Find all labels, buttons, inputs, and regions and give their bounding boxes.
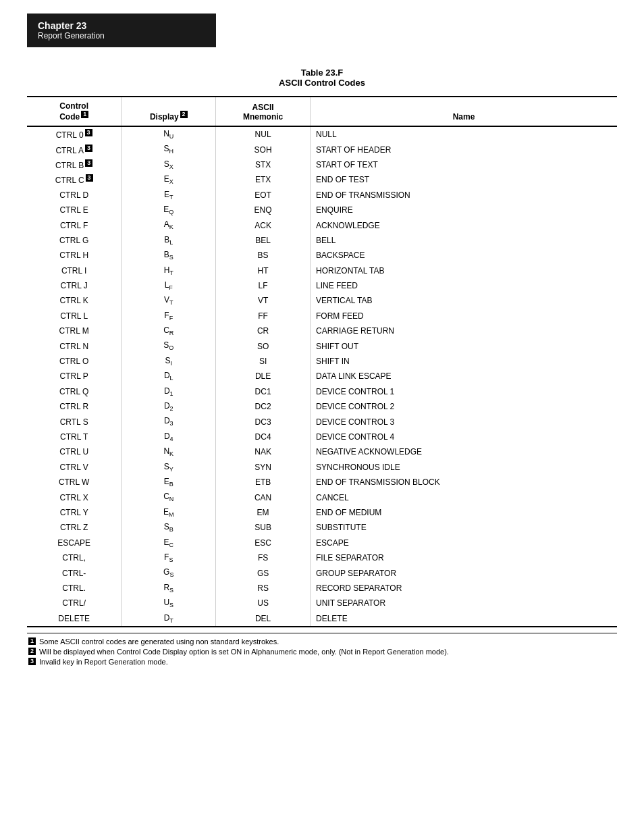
table-row: DELETEDTDELDELETE bbox=[27, 611, 617, 627]
cell-display: EM bbox=[122, 505, 216, 520]
cell-control: CTRL C3 bbox=[27, 172, 122, 187]
cell-mnemonic: ESC bbox=[216, 536, 311, 550]
cell-mnemonic: DC4 bbox=[216, 429, 311, 444]
cell-control: CRTL S bbox=[27, 414, 122, 429]
footnote-text: Some ASCII control codes are generated u… bbox=[39, 637, 279, 646]
col-header-control: ControlCode1 bbox=[27, 97, 122, 126]
cell-name: END OF TEST bbox=[310, 172, 617, 187]
footnote-line: 3Invalid key in Report Generation mode. bbox=[27, 658, 617, 666]
cell-control: CTRL L bbox=[27, 309, 122, 323]
cell-name: FILE SEPARATOR bbox=[310, 550, 617, 565]
table-row: CTRL PDLDLEDATA LINK ESCAPE bbox=[27, 369, 617, 384]
cell-display: SX bbox=[122, 157, 216, 172]
cell-display: GS bbox=[122, 565, 216, 580]
cell-mnemonic: US bbox=[216, 596, 311, 610]
cell-control: DELETE bbox=[27, 611, 122, 627]
chapter-number: Chapter 23 bbox=[38, 20, 205, 31]
table-row: CTRL B3SXSTXSTART OF TEXT bbox=[27, 157, 617, 172]
cell-control: CTRL Z bbox=[27, 520, 122, 535]
cell-control: CTRL/ bbox=[27, 596, 122, 610]
col-header-name: Name bbox=[310, 97, 617, 126]
cell-mnemonic: DC2 bbox=[216, 399, 311, 414]
cell-control: CTRL F bbox=[27, 217, 122, 232]
table-row: CTRL ZSBSUBSUBSTITUTE bbox=[27, 520, 617, 535]
cell-mnemonic: DC3 bbox=[216, 414, 311, 429]
footnote-line: 2Will be displayed when Control Code Dis… bbox=[27, 648, 617, 656]
cell-display: SH bbox=[122, 142, 216, 157]
table-row: CTRL KVTVTVERTICAL TAB bbox=[27, 293, 617, 308]
cell-mnemonic: BEL bbox=[216, 233, 311, 248]
col2-badge: 2 bbox=[180, 111, 188, 118]
cell-control: CTRL H bbox=[27, 248, 122, 263]
cell-name: NULL bbox=[310, 126, 617, 142]
table-row: CTRL DETEOTEND OF TRANSMISSION bbox=[27, 188, 617, 203]
cell-control: CTRL K bbox=[27, 293, 122, 308]
cell-display: SI bbox=[122, 354, 216, 369]
cell-display: NK bbox=[122, 444, 216, 459]
table-row: CTRL JLFLFLINE FEED bbox=[27, 278, 617, 293]
cell-name: NEGATIVE ACKNOWLEDGE bbox=[310, 444, 617, 459]
cell-display: D2 bbox=[122, 399, 216, 414]
cell-display: SY bbox=[122, 460, 216, 475]
cell-mnemonic: SO bbox=[216, 338, 311, 353]
table-row: CTRL WEBETBEND OF TRANSMISSION BLOCK bbox=[27, 475, 617, 490]
cell-name: SHIFT OUT bbox=[310, 338, 617, 353]
footnote-badge: 1 bbox=[28, 637, 36, 645]
cell-display: EC bbox=[122, 536, 216, 550]
cell-control: CTRL V bbox=[27, 460, 122, 475]
cell-name: CANCEL bbox=[310, 490, 617, 504]
table-row: CTRL QD1DC1DEVICE CONTROL 1 bbox=[27, 384, 617, 399]
cell-control: CTRL U bbox=[27, 444, 122, 459]
cell-mnemonic: EM bbox=[216, 505, 311, 520]
table-row: CTRL.RSRSRECORD SEPARATOR bbox=[27, 581, 617, 596]
cell-name: HORIZONTAL TAB bbox=[310, 263, 617, 278]
cell-name: DEVICE CONTROL 2 bbox=[310, 399, 617, 414]
cell-mnemonic: CAN bbox=[216, 490, 311, 504]
table-row: CTRL XCNCANCANCEL bbox=[27, 490, 617, 504]
cell-name: RECORD SEPARATOR bbox=[310, 581, 617, 596]
cell-control: CTRL A3 bbox=[27, 142, 122, 157]
table-row: CTRL 03NUNULNULL bbox=[27, 126, 617, 142]
cell-control: CTRL. bbox=[27, 581, 122, 596]
table-row: CTRL GBLBELBELL bbox=[27, 233, 617, 248]
table-title: Table 23.F ASCII Control Codes bbox=[27, 68, 617, 88]
cell-display: EQ bbox=[122, 203, 216, 217]
cell-name: FORM FEED bbox=[310, 309, 617, 323]
chapter-header: Chapter 23 Report Generation bbox=[27, 14, 216, 47]
cell-display: AK bbox=[122, 217, 216, 232]
cell-name: BELL bbox=[310, 233, 617, 248]
col-header-display: Display2 bbox=[122, 97, 216, 126]
cell-control: CTRL- bbox=[27, 565, 122, 580]
footnote-text: Invalid key in Report Generation mode. bbox=[39, 658, 168, 666]
cell-mnemonic: LF bbox=[216, 278, 311, 293]
cell-control: CTRL P bbox=[27, 369, 122, 384]
cell-name: GROUP SEPARATOR bbox=[310, 565, 617, 580]
table-row: CTRL MCRCRCARRIAGE RETURN bbox=[27, 323, 617, 338]
cell-mnemonic: DLE bbox=[216, 369, 311, 384]
cell-display: D1 bbox=[122, 384, 216, 399]
cell-display: DL bbox=[122, 369, 216, 384]
cell-display: US bbox=[122, 596, 216, 610]
cell-name: LINE FEED bbox=[310, 278, 617, 293]
cell-control: ESCAPE bbox=[27, 536, 122, 550]
ctrl-badge: 3 bbox=[85, 129, 92, 136]
cell-display: SB bbox=[122, 520, 216, 535]
cell-name: DEVICE CONTROL 1 bbox=[310, 384, 617, 399]
ascii-control-codes-table: ControlCode1 Display2 ASCIIMnemonic Name… bbox=[27, 96, 617, 627]
table-row: CTRL IHTHTHORIZONTAL TAB bbox=[27, 263, 617, 278]
cell-mnemonic: SI bbox=[216, 354, 311, 369]
table-header-row: ControlCode1 Display2 ASCIIMnemonic Name bbox=[27, 97, 617, 126]
cell-display: CN bbox=[122, 490, 216, 504]
cell-display: BS bbox=[122, 248, 216, 263]
cell-mnemonic: EOT bbox=[216, 188, 311, 203]
table-row: CTRL RD2DC2DEVICE CONTROL 2 bbox=[27, 399, 617, 414]
table-row: CTRL VSYSYNSYNCHRONOUS IDLE bbox=[27, 460, 617, 475]
table-name: ASCII Control Codes bbox=[27, 78, 617, 88]
cell-control: CTRL D bbox=[27, 188, 122, 203]
cell-control: CTRL N bbox=[27, 338, 122, 353]
cell-control: CTRL Q bbox=[27, 384, 122, 399]
cell-name: END OF TRANSMISSION BLOCK bbox=[310, 475, 617, 490]
cell-mnemonic: SOH bbox=[216, 142, 311, 157]
cell-control: CTRL R bbox=[27, 399, 122, 414]
footnote-badge: 3 bbox=[28, 658, 36, 665]
